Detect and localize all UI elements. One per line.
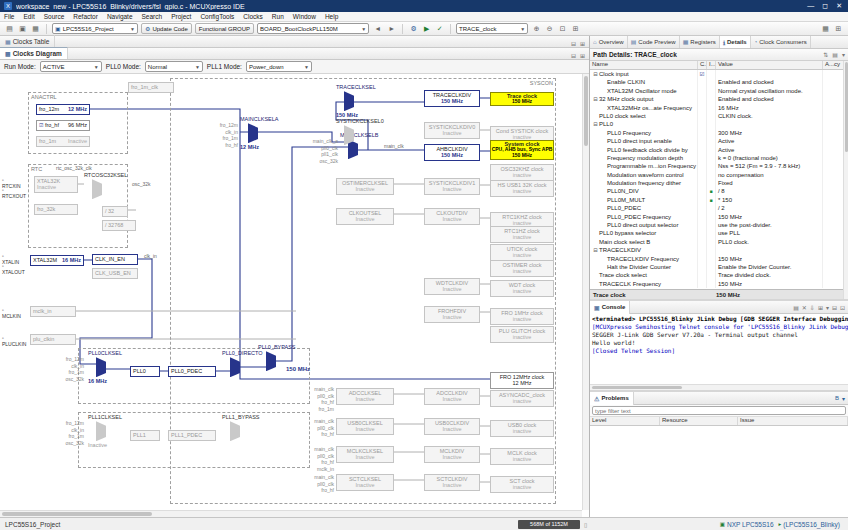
export-icon[interactable]: ⊞: [570, 23, 581, 34]
clear-console-icon[interactable]: ▤: [793, 304, 799, 311]
stack-mclk-inputs[interactable]: main_clk pll0_clk fro_hf mclk_in: [296, 446, 334, 472]
details-row[interactable]: ⊟ Clock input ☑: [590, 70, 843, 78]
node-plu-clkin[interactable]: plu_clkin: [30, 334, 76, 345]
node-mclk-in[interactable]: mclk_in: [30, 306, 76, 317]
diagram-vertical-scrollbar[interactable]: [582, 74, 589, 510]
menu-item[interactable]: Search: [142, 13, 163, 20]
expander-icon[interactable]: ⊟: [592, 95, 599, 103]
details-row[interactable]: PLL0 Frequency 300 MHz: [590, 129, 843, 137]
node-fro-12m[interactable]: fro_12m 12 MHz: [36, 104, 90, 115]
details-row[interactable]: Frequency modulation depth k = 0 (fracti…: [590, 154, 843, 162]
details-row[interactable]: TRACECLK Frequency 150 MHz: [590, 280, 843, 288]
stack-pll1-inputs[interactable]: fro_12m clk_in fro_1m osc_32k: [44, 420, 84, 446]
fit-icon[interactable]: ⊡: [557, 23, 568, 34]
close-button[interactable]: ✕: [836, 2, 842, 10]
details-row[interactable]: XTAL32M Oscillator mode Normal crystal o…: [590, 87, 843, 95]
label-main-clk[interactable]: main_clk: [384, 144, 404, 150]
details-row[interactable]: Enable CLKIN Enabled and clocked: [590, 78, 843, 86]
expander-icon[interactable]: ⊟: [592, 120, 599, 128]
details-row[interactable]: ⊟ 32 MHz clock output Enabled and clocke…: [590, 95, 843, 103]
node-fro-32k[interactable]: fro_32k: [34, 204, 78, 215]
details-row[interactable]: Main clock select B PLL0 clock.: [590, 238, 843, 246]
details-vertical-scrollbar[interactable]: [843, 61, 848, 299]
mux-traceclksel[interactable]: TRACECLKSEL 150 MHz: [336, 84, 376, 119]
out-fro-1mhz-clock[interactable]: FRO 1MHz clock inactive: [490, 308, 554, 325]
details-row[interactable]: ⊟ TRACECLKDIV: [590, 246, 843, 254]
details-row[interactable]: XTAL32MHz os...ate Frequency 16 MHz: [590, 104, 843, 112]
pin-rtcxout[interactable]: RTCXOUT: [2, 188, 26, 200]
out-osc32khz-clock[interactable]: OSC32KHZ clock inactive: [490, 164, 554, 181]
display-console-icon[interactable]: ▾: [826, 304, 829, 311]
out-system-clock[interactable]: System clock CPU, AHB bus, Sync APB 150 …: [490, 140, 554, 160]
run-mode-select[interactable]: ACTIVE ▼: [40, 61, 102, 72]
out-trace-clock[interactable]: Trace clock 150 MHz: [490, 92, 554, 106]
heap-status[interactable]: 568M of 1152M: [518, 520, 580, 529]
label-rtc-osc-32k-clk[interactable]: rtc_osc_32k_clk: [56, 166, 92, 172]
out-wdt-clock[interactable]: WDT clock inactive: [490, 280, 554, 297]
selected-clock-combo[interactable]: TRACE_clock ▼: [456, 23, 528, 34]
filter-input[interactable]: [592, 406, 846, 415]
menu-item[interactable]: Clocks: [243, 13, 263, 20]
run-icon[interactable]: ▶: [421, 23, 432, 34]
zoom-in-icon[interactable]: ⊕: [531, 23, 542, 34]
maximize-button[interactable]: ◻: [822, 2, 828, 10]
details-row[interactable]: PLL0_PDEC / 2: [590, 204, 843, 212]
menu-item[interactable]: Help: [325, 13, 338, 20]
div-rtc-32[interactable]: / 32: [102, 206, 128, 217]
div-ahbclkdiv[interactable]: AHBCLKDIV 150 MHz: [424, 144, 480, 161]
functional-group-combo[interactable]: BOARD_BootClockPLL150M ▼: [257, 23, 369, 34]
details-row[interactable]: PLL0 direct output selector use the post…: [590, 221, 843, 229]
minimize-view-icon[interactable]: ⊟: [571, 40, 576, 47]
menu-item[interactable]: File: [4, 13, 14, 20]
node-xtal32m[interactable]: XTAL32M 16 MHz: [30, 255, 84, 266]
out-asyncadc-clock[interactable]: ASYNCADC_clock inactive: [490, 390, 554, 407]
maximize-view-icon[interactable]: ⊞: [580, 52, 585, 59]
right-view-tab[interactable]: ⌂ Overview: [590, 36, 628, 48]
debug-icon[interactable]: ⚙: [408, 23, 419, 34]
menu-item[interactable]: Project: [171, 13, 191, 20]
details-row[interactable]: PLL0 direct input enable Active: [590, 137, 843, 145]
out-sct-clock[interactable]: SCT clock inactive: [490, 476, 554, 493]
mux-rtcosc32ksel[interactable]: RTCOSC32KSEL: [84, 172, 127, 200]
save-all-icon[interactable]: ▦: [30, 23, 41, 34]
project-combo[interactable]: ▣ LPC55S16_Project ▼: [52, 23, 138, 34]
stack-adc-inputs[interactable]: main_clk pll0_clk fro_hf fro_1m: [296, 386, 334, 412]
mux-sctclksel[interactable]: SCTCLKSEL Inactive: [336, 474, 394, 491]
stack-mainclksela-inputs[interactable]: fro_12m clk_in fro_1m fro_hf: [198, 122, 238, 148]
filter-menu-icon[interactable]: ▾: [842, 395, 845, 402]
minimize-view-icon[interactable]: ⊟: [832, 304, 837, 311]
col-resource[interactable]: Resource: [660, 417, 738, 425]
label-pll0-out-freq[interactable]: 150 MHz: [286, 366, 310, 373]
menu-item[interactable]: Refactor: [73, 13, 98, 20]
expander-icon[interactable]: ⊟: [592, 70, 599, 78]
tab-clocks-diagram[interactable]: ▩ Clocks Diagram: [0, 47, 68, 59]
out-utick-clock[interactable]: UTICK clock inactive: [490, 244, 554, 261]
mux-systickclksel0[interactable]: SYSTICKCLKSEL0: [336, 118, 384, 146]
remove-launch-icon[interactable]: ✕: [802, 304, 807, 311]
zoom-out-icon[interactable]: ⊖: [544, 23, 555, 34]
stack-sct-inputs[interactable]: main_clk pll0_clk fro_hf: [296, 474, 334, 494]
label-clk-in[interactable]: clk_in: [144, 254, 157, 260]
details-row[interactable]: PLL0M_MULT ■ * 150: [590, 196, 843, 204]
node-clk-in-en[interactable]: CLK_IN_EN: [92, 254, 138, 265]
diagram-horizontal-scrollbar[interactable]: [0, 510, 582, 517]
build-icon[interactable]: ✓: [434, 23, 445, 34]
perspective-config-icon[interactable]: ▦: [820, 23, 831, 34]
mux-ostimerclksel[interactable]: OSTIMERCLKSEL Inactive: [336, 178, 394, 195]
menu-item[interactable]: ConfigTools: [200, 13, 234, 20]
details-row[interactable]: Modulation waveform control no compensat…: [590, 171, 843, 179]
div-frohfdiv[interactable]: FROHFDIV Inactive: [424, 306, 480, 323]
div-rtc-32768[interactable]: / 32768: [102, 220, 136, 231]
out-plu-glitch-clock[interactable]: PLU GLITCH clock inactive: [490, 326, 554, 343]
div-wdtclkdiv[interactable]: WDTCLKDIV Inactive: [424, 278, 480, 295]
div-adcclkdiv[interactable]: ADCCLKDIV Inactive: [424, 388, 480, 405]
mux-clkoutsel[interactable]: CLKOUTSEL Inactive: [336, 208, 394, 225]
details-row[interactable]: PLL0 clock select CLKIN clock.: [590, 112, 843, 120]
pin-mclkin[interactable]: MCLKIN: [2, 308, 21, 320]
div-traceclkdiv[interactable]: TRACECLKDIV 150 MHz: [424, 90, 480, 107]
out-fro-12mhz-clock[interactable]: FRO 12MHz clock 12 MHz: [490, 372, 554, 389]
details-row[interactable]: TRACECLKDIV Frequency 150 MHz: [590, 255, 843, 263]
minimize-view-icon[interactable]: ⊟: [571, 52, 576, 59]
div-systickclkdiv1[interactable]: SYSTICKCLKDIV1 Inactive: [424, 178, 480, 195]
div-mclkdiv[interactable]: MCLKDIV Inactive: [424, 446, 480, 463]
